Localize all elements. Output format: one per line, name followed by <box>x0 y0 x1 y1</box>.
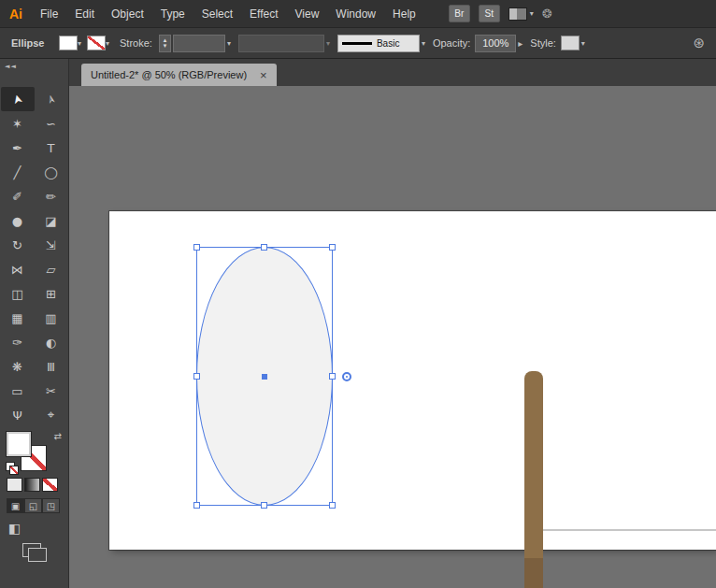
menu-type[interactable]: Type <box>152 0 193 27</box>
canvas-pasteboard[interactable] <box>69 86 716 588</box>
chevron-down-icon: ▾ <box>78 39 81 48</box>
selection-tool[interactable]: ➤ <box>1 87 35 111</box>
brush-definition-dropdown[interactable]: Basic <box>337 35 420 52</box>
column-graph-tool-icon: Ⅲ <box>47 360 55 374</box>
menu-window[interactable]: Window <box>327 0 384 27</box>
symbol-sprayer-tool[interactable]: ❋ <box>1 354 35 379</box>
ellipse-tool-icon: ◯ <box>44 165 58 179</box>
rotate-tool[interactable]: ↻ <box>1 233 35 257</box>
color-button[interactable] <box>7 478 22 492</box>
slice-tool-icon: ✂ <box>46 384 56 398</box>
screen-mode-icon[interactable]: ◧ <box>8 521 21 536</box>
control-bar: Ellipse ▾ ▾ Stroke: ▲ ▼ ▾ ▾ Basic ▾ Opac… <box>0 27 716 59</box>
cs-live-icon[interactable]: ❂ <box>542 7 552 21</box>
workspace-grid-icon <box>508 7 527 21</box>
menu-file[interactable]: File <box>32 0 66 27</box>
draw-normal-button[interactable]: ▣ <box>7 498 24 513</box>
direct-selection-tool[interactable]: ➢ <box>35 87 68 111</box>
default-fill-stroke-button[interactable] <box>6 462 18 474</box>
free-transform-tool[interactable]: ▱ <box>35 257 68 281</box>
hand-tool[interactable]: Ψ <box>1 403 35 427</box>
workspace-switcher[interactable]: ▾ <box>508 7 534 21</box>
width-tool[interactable]: ⋈ <box>1 257 35 281</box>
stroke-weight-dropdown[interactable] <box>173 35 225 52</box>
swap-fill-stroke-icon[interactable]: ⇄ <box>54 431 62 441</box>
selection-handle-w[interactable] <box>193 373 200 380</box>
zoom-tool-icon: ⌖ <box>48 408 54 423</box>
zoom-tool[interactable]: ⌖ <box>35 403 68 427</box>
selection-handle-nw[interactable] <box>193 244 200 251</box>
perspective-grid-tool[interactable]: ⊞ <box>35 281 68 306</box>
none-button[interactable] <box>42 478 58 492</box>
selection-handle-n[interactable] <box>261 244 267 251</box>
shape-builder-tool[interactable]: ◫ <box>1 281 35 306</box>
eraser-tool-icon: ◪ <box>45 214 56 228</box>
collapse-panel-icon[interactable]: ◄◄ <box>5 63 17 70</box>
document-tab[interactable]: Untitled-2* @ 50% (RGB/Preview) × <box>81 64 277 86</box>
menu-select[interactable]: Select <box>193 0 241 27</box>
draw-behind-button[interactable]: ◱ <box>24 498 42 513</box>
mesh-tool-icon: ▦ <box>11 311 22 325</box>
stroke-weight-stepper[interactable]: ▲ ▼ <box>159 35 171 52</box>
paintbrush-tool[interactable]: ✐ <box>1 184 35 208</box>
shape-builder-tool-icon: ◫ <box>11 287 22 301</box>
ground-line-path[interactable] <box>543 529 716 531</box>
selection-handle-sw[interactable] <box>193 502 200 509</box>
document-tab-title: Untitled-2* @ 50% (RGB/Preview) <box>91 69 247 80</box>
type-tool[interactable]: T <box>35 136 68 160</box>
slice-tool[interactable]: ✂ <box>35 379 68 403</box>
opacity-field[interactable]: 100% <box>475 35 516 52</box>
stroke-color-dropdown[interactable]: ▾ <box>87 36 109 50</box>
gradient-tool[interactable]: ▥ <box>35 306 68 330</box>
menu-view[interactable]: View <box>287 0 328 27</box>
transform-widget-icon[interactable] <box>342 372 351 381</box>
document-tab-strip: Untitled-2* @ 50% (RGB/Preview) × <box>69 59 716 86</box>
line-segment-tool[interactable]: ╱ <box>1 160 35 184</box>
close-icon[interactable]: × <box>260 69 267 81</box>
pencil-tool[interactable]: ✏ <box>35 184 68 208</box>
gradient-tool-icon: ▥ <box>45 311 56 325</box>
fill-color-dropdown[interactable]: ▾ <box>59 36 81 50</box>
eraser-tool[interactable]: ◪ <box>35 208 68 233</box>
menu-help[interactable]: Help <box>384 0 424 27</box>
blob-brush-tool[interactable]: ● <box>1 208 35 233</box>
menu-effect[interactable]: Effect <box>241 0 286 27</box>
ellipse-tool[interactable]: ◯ <box>35 160 68 184</box>
selection-handle-se[interactable] <box>329 502 336 509</box>
bridge-button[interactable]: Br <box>449 5 470 22</box>
menu-object[interactable]: Object <box>103 0 152 27</box>
graphic-style-dropdown[interactable] <box>561 36 580 50</box>
artboard-tool[interactable]: ▭ <box>1 379 35 403</box>
style-label: Style: <box>530 37 556 49</box>
selection-handle-ne[interactable] <box>329 244 336 251</box>
width-tool-icon: ⋈ <box>11 263 23 277</box>
selection-handle-e[interactable] <box>329 373 336 380</box>
brush-style-value: Basic <box>377 38 399 49</box>
stock-button[interactable]: St <box>479 5 500 22</box>
globe-icon[interactable]: ⊛ <box>693 35 705 51</box>
width-profile-dropdown[interactable] <box>238 35 324 52</box>
selection-bounding-box[interactable] <box>196 247 333 506</box>
scale-tool[interactable]: ⇲ <box>35 233 68 257</box>
gradient-button[interactable] <box>24 478 40 492</box>
column-graph-tool[interactable]: Ⅲ <box>35 354 68 379</box>
menu-bar: Ai File Edit Object Type Select Effect V… <box>0 0 716 27</box>
chevron-down-icon: ▾ <box>422 39 425 48</box>
fill-swatch[interactable] <box>6 431 32 457</box>
draw-inside-icon: ◳ <box>47 501 55 511</box>
menu-edit[interactable]: Edit <box>66 0 103 27</box>
hand-tool-icon: Ψ <box>12 409 21 423</box>
stick-shape[interactable] <box>524 371 543 588</box>
pen-tool[interactable]: ✒ <box>1 136 35 160</box>
lasso-tool[interactable]: ∽ <box>35 111 68 136</box>
stick-shade-shape[interactable] <box>524 558 543 588</box>
selection-handle-s[interactable] <box>261 502 267 509</box>
object-center-point[interactable] <box>262 374 267 380</box>
magic-wand-tool[interactable]: ✶ <box>1 111 35 136</box>
overlapping-windows-icon[interactable] <box>22 543 41 557</box>
mesh-tool[interactable]: ▦ <box>1 306 35 330</box>
draw-inside-button[interactable]: ◳ <box>42 498 60 513</box>
chevron-down-icon: ▾ <box>581 39 585 48</box>
blend-tool[interactable]: ◐ <box>35 330 68 354</box>
eyedropper-tool[interactable]: ✑ <box>1 330 35 354</box>
